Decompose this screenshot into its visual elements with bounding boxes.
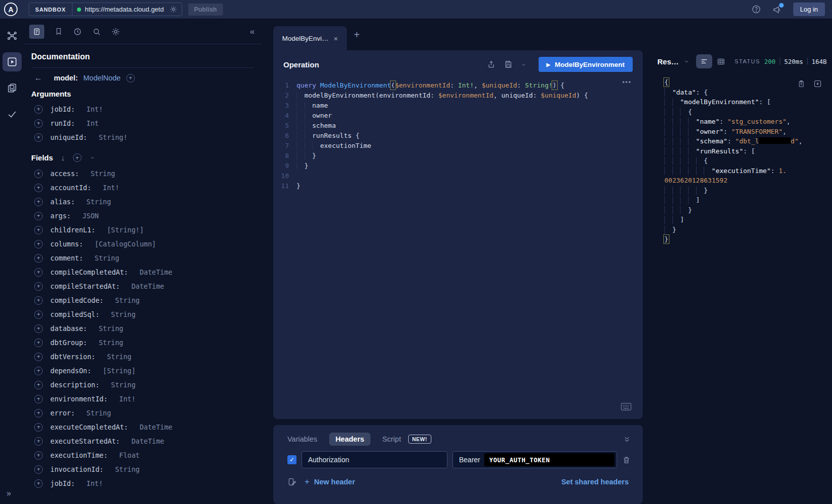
code-line[interactable]: 6runResults { [279, 131, 643, 141]
field-type-link[interactable]: String [111, 310, 136, 318]
fields-options-chevron-icon[interactable] [90, 155, 95, 160]
field-type-link[interactable]: String [115, 465, 140, 473]
login-button[interactable]: Log in [793, 3, 825, 16]
new-tab-icon[interactable]: + [354, 29, 360, 41]
add-field-to-query-icon[interactable]: + [34, 198, 43, 206]
save-options-chevron-icon[interactable] [521, 62, 526, 67]
sort-fields-icon[interactable]: ↓ [61, 153, 65, 162]
close-tab-icon[interactable]: × [334, 34, 338, 43]
field-type-link[interactable]: DateTime [139, 268, 172, 276]
field-type-link[interactable]: String [87, 409, 111, 417]
argument-row[interactable]: +uniqueId:String! [31, 130, 254, 144]
code-line[interactable]: 11} [279, 181, 643, 191]
code-line[interactable]: 4owner [279, 111, 643, 121]
field-row[interactable]: +compileStartedAt:DateTime [31, 279, 254, 293]
collapse-bottom-panel-icon[interactable] [623, 436, 631, 443]
add-field-to-query-icon[interactable]: + [34, 282, 43, 291]
add-field-to-query-icon[interactable]: + [34, 465, 43, 474]
code-line[interactable]: 5schema [279, 121, 643, 131]
set-shared-headers-link[interactable]: Set shared headers [561, 478, 629, 486]
field-type-link[interactable]: Int [87, 119, 99, 127]
bottom-tab-variables[interactable]: Variables [287, 435, 317, 443]
add-field-to-query-icon[interactable]: + [34, 170, 43, 178]
new-header-button[interactable]: + New header [305, 477, 355, 487]
add-to-query-icon[interactable]: + [126, 74, 135, 82]
add-field-to-query-icon[interactable]: + [34, 339, 43, 347]
field-row[interactable]: +invocationId:String [31, 462, 254, 476]
field-row[interactable]: +compiledCode:String [31, 293, 254, 307]
save-operation-icon[interactable] [504, 60, 513, 69]
endpoint-settings-gear-icon[interactable] [170, 6, 177, 13]
checks-icon[interactable] [3, 105, 22, 124]
field-row[interactable]: +database:String [31, 321, 254, 335]
field-row[interactable]: +compileCompletedAt:DateTime [31, 265, 254, 279]
field-row[interactable]: +dbtVersion:String [31, 350, 254, 364]
field-type-link[interactable]: JSON [83, 212, 99, 220]
add-field-to-query-icon[interactable]: + [34, 119, 43, 128]
editor-more-menu-icon[interactable]: ••• [622, 78, 632, 86]
field-type-link[interactable]: String [107, 353, 131, 361]
field-row[interactable]: +compiledSql:String [31, 307, 254, 321]
add-field-to-query-icon[interactable]: + [34, 296, 43, 305]
add-field-to-query-icon[interactable]: + [34, 353, 43, 361]
field-type-link[interactable]: String [87, 198, 111, 206]
add-field-to-query-icon[interactable]: + [34, 367, 43, 375]
field-type-link[interactable]: DateTime [139, 423, 172, 431]
edit-headers-document-icon[interactable] [287, 477, 296, 486]
add-field-to-query-icon[interactable]: + [34, 409, 43, 417]
search-icon[interactable] [92, 27, 101, 36]
code-line[interactable]: 1query ModelByEnvironment($environmentId… [279, 80, 643, 91]
bottom-tab-headers[interactable]: Headers [329, 433, 370, 446]
run-operation-button[interactable]: ▶ ModelByEnvironment [539, 57, 633, 72]
add-field-to-query-icon[interactable]: + [34, 133, 43, 142]
saved-operations-bookmark-icon[interactable] [54, 27, 63, 36]
publish-button[interactable]: Publish [188, 4, 223, 16]
back-arrow-icon[interactable]: ← [34, 73, 42, 82]
response-dropdown-chevron-icon[interactable] [684, 58, 690, 64]
add-field-to-query-icon[interactable]: + [34, 240, 43, 248]
graphql-editor[interactable]: 1query ModelByEnvironment($environmentId… [273, 78, 643, 191]
add-field-to-query-icon[interactable]: + [34, 324, 43, 333]
field-row[interactable]: +childrenL1:[String!] [31, 223, 254, 237]
header-enabled-checkbox[interactable]: ✓ [287, 455, 296, 464]
schema-graph-icon[interactable] [3, 26, 22, 45]
keyboard-shortcuts-icon[interactable] [621, 402, 632, 411]
auth-token-value[interactable]: YOUR_AUTH_TOKEN [484, 453, 615, 466]
field-type-link[interactable]: Int! [87, 105, 103, 113]
field-type-link[interactable]: String! [99, 133, 127, 141]
argument-row[interactable]: +jobId:Int! [31, 102, 254, 116]
field-type-link[interactable]: Int! [87, 479, 103, 487]
add-field-to-query-icon[interactable]: + [34, 381, 43, 389]
code-line[interactable]: 2modelByEnvironment(environmentId: $envi… [279, 91, 643, 101]
field-row[interactable]: +jobId:Int! [31, 476, 254, 490]
bottom-tab-script[interactable]: Script [383, 435, 401, 443]
endpoint-url-field[interactable]: https://metadata.cloud.getd [72, 3, 182, 16]
field-type-link[interactable]: DateTime [131, 437, 164, 445]
header-key-input[interactable]: Authorization [301, 451, 447, 468]
field-type-link[interactable]: [String!] [107, 226, 143, 234]
add-field-to-query-icon[interactable]: + [34, 105, 43, 114]
delete-header-trash-icon[interactable] [622, 456, 631, 464]
settings-gear-icon[interactable] [111, 27, 120, 36]
field-type-link[interactable]: [String] [103, 367, 135, 375]
documentation-tab-icon[interactable] [29, 25, 44, 39]
operation-tab[interactable]: ModelByEnvi… × [273, 26, 347, 50]
field-row[interactable]: +error:String [31, 406, 254, 420]
add-field-to-query-icon[interactable]: + [34, 310, 43, 319]
code-line[interactable]: 10 [279, 171, 643, 181]
code-line[interactable]: 9} [279, 161, 643, 171]
field-type-link[interactable]: Int! [119, 395, 136, 403]
field-type-link[interactable]: String [99, 324, 123, 332]
add-field-to-query-icon[interactable]: + [34, 254, 43, 263]
table-view-icon[interactable] [717, 57, 725, 66]
field-type-link[interactable]: String [91, 170, 115, 178]
add-all-fields-icon[interactable]: + [73, 153, 82, 162]
expand-rail-icon[interactable]: » [7, 489, 11, 498]
add-field-to-query-icon[interactable]: + [34, 423, 43, 432]
field-row[interactable]: +environmentId:Int! [31, 392, 254, 406]
code-line[interactable]: 8} [279, 151, 643, 161]
field-type-link[interactable]: Float [119, 451, 140, 459]
field-row[interactable]: +access:String [31, 166, 254, 181]
field-type-link[interactable]: String [111, 381, 136, 389]
formatted-view-icon[interactable] [696, 54, 712, 68]
